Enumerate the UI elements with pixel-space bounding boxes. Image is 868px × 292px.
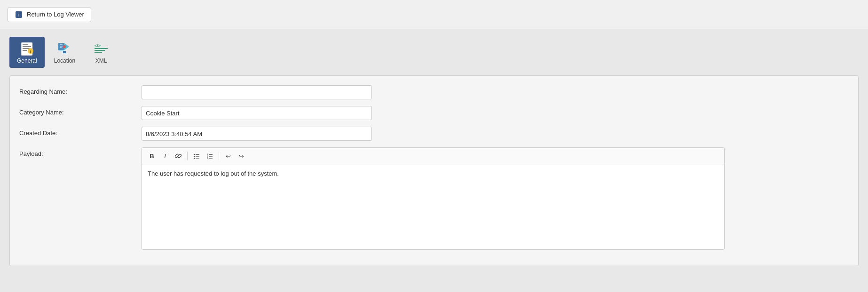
bold-button[interactable]: B bbox=[146, 150, 158, 162]
regarding-name-label: Regarding Name: bbox=[19, 85, 142, 95]
svg-point-20 bbox=[194, 156, 195, 157]
svg-rect-25 bbox=[209, 154, 213, 155]
tab-xml-label: XML bbox=[95, 57, 107, 64]
italic-button[interactable]: I bbox=[159, 150, 171, 162]
svg-rect-21 bbox=[196, 156, 199, 157]
svg-rect-23 bbox=[196, 158, 199, 159]
svg-text:i: i bbox=[30, 49, 31, 54]
svg-rect-3 bbox=[23, 44, 28, 45]
svg-rect-16 bbox=[95, 52, 102, 53]
payload-label: Payload: bbox=[19, 147, 142, 157]
form-panel: Regarding Name: Category Name: Created D… bbox=[9, 75, 859, 266]
svg-text:i: i bbox=[18, 12, 19, 17]
toolbar-divider-1 bbox=[187, 152, 188, 160]
tabs-row: i General Location </> bbox=[9, 37, 859, 68]
bullet-list-button[interactable] bbox=[190, 150, 203, 162]
payload-editor-body[interactable]: The user has requested to log out of the… bbox=[142, 164, 724, 249]
editor-toolbar: B I bbox=[142, 148, 724, 164]
svg-text:</>: </> bbox=[95, 43, 101, 48]
svg-rect-6 bbox=[23, 50, 27, 51]
return-button-label: Return to Log Viewer bbox=[27, 11, 84, 18]
regarding-name-input[interactable] bbox=[142, 85, 372, 99]
svg-text:3.: 3. bbox=[207, 157, 208, 159]
category-name-label: Category Name: bbox=[19, 106, 142, 116]
numbered-list-button[interactable]: 1. 2. 3. bbox=[204, 150, 216, 162]
regarding-name-row: Regarding Name: bbox=[19, 85, 849, 99]
category-name-row: Category Name: bbox=[19, 106, 849, 120]
svg-rect-14 bbox=[95, 48, 108, 49]
undo-button[interactable]: ↩ bbox=[222, 150, 234, 162]
svg-rect-27 bbox=[209, 156, 213, 157]
svg-rect-19 bbox=[196, 154, 199, 155]
svg-point-18 bbox=[194, 154, 195, 155]
tab-location[interactable]: Location bbox=[47, 37, 83, 68]
return-to-log-viewer-button[interactable]: i Return to Log Viewer bbox=[8, 7, 91, 22]
svg-point-11 bbox=[63, 45, 66, 48]
link-button[interactable] bbox=[172, 150, 184, 162]
svg-line-17 bbox=[177, 155, 179, 157]
created-date-input[interactable] bbox=[142, 127, 372, 141]
redo-button[interactable]: ↪ bbox=[235, 150, 247, 162]
tab-general[interactable]: i General bbox=[9, 37, 45, 68]
payload-text: The user has requested to log out of the… bbox=[148, 170, 279, 177]
svg-rect-29 bbox=[209, 158, 213, 159]
svg-rect-4 bbox=[23, 46, 31, 47]
toolbar-divider-2 bbox=[219, 152, 219, 160]
svg-rect-12 bbox=[63, 51, 66, 53]
created-date-row: Created Date: bbox=[19, 127, 849, 141]
return-icon: i bbox=[15, 10, 23, 19]
payload-row: Payload: B I bbox=[19, 147, 849, 250]
created-date-label: Created Date: bbox=[19, 127, 142, 137]
general-icon: i bbox=[19, 41, 34, 56]
svg-point-22 bbox=[194, 158, 195, 159]
tab-location-label: Location bbox=[54, 57, 75, 64]
location-icon bbox=[57, 41, 72, 56]
main-content: i General Location </> bbox=[0, 29, 868, 274]
top-bar: i Return to Log Viewer bbox=[0, 0, 868, 29]
payload-editor: B I bbox=[142, 147, 725, 250]
tab-xml[interactable]: </> XML bbox=[85, 37, 118, 68]
category-name-input[interactable] bbox=[142, 106, 372, 120]
tab-general-label: General bbox=[17, 57, 37, 64]
xml-icon: </> bbox=[94, 41, 109, 56]
svg-rect-15 bbox=[95, 50, 105, 51]
svg-rect-5 bbox=[23, 48, 30, 49]
